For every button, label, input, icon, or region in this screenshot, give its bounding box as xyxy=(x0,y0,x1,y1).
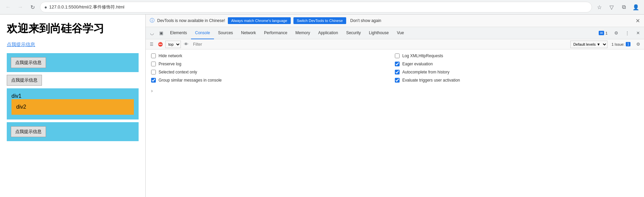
tab-network[interactable]: Network xyxy=(237,27,260,39)
issues-badge-btn[interactable]: ✉ 1 xyxy=(596,30,610,36)
devtools-tabs: ◡ ▣ Elements Console Sources Network Per… xyxy=(146,27,644,39)
issue-badge: 1 Issue: 1 xyxy=(609,41,633,47)
evaluate-triggers-label: Evaluate triggers user activation xyxy=(402,78,460,83)
page-link[interactable]: 点我提示信息 xyxy=(7,42,139,48)
back-button[interactable]: ← xyxy=(3,2,13,12)
webpage: 欢迎来到尚硅谷学习 点我提示信息 点我提示信息 点我提示信息 div1 div2… xyxy=(0,15,145,197)
option-eager-eval: Eager evaluation xyxy=(395,62,639,66)
log-xmlhttp-label: Log XMLHttpRequests xyxy=(402,53,443,58)
close-devtools-button[interactable]: ✕ xyxy=(633,28,643,38)
option-group-similar: Group similar messages in console xyxy=(151,78,395,83)
dont-show-label[interactable]: Don't show again xyxy=(350,18,381,23)
block-icon-button[interactable]: ⛔ xyxy=(157,41,164,48)
context-selector[interactable]: top xyxy=(165,41,181,48)
option-preserve-log: Preserve log xyxy=(151,62,395,66)
more-options-button[interactable]: ⋮ xyxy=(622,28,632,38)
device-toolbar-button[interactable]: ▣ xyxy=(157,28,166,38)
option-log-xmlhttp: Log XMLHttpRequests xyxy=(395,53,639,58)
extensions-button[interactable]: ⧉ xyxy=(619,2,628,12)
tab-application[interactable]: Application xyxy=(314,27,342,39)
options-left: Hide network Preserve log Selected conte… xyxy=(151,53,395,83)
hide-network-label: Hide network xyxy=(159,53,182,58)
option-selected-context: Selected context only xyxy=(151,70,395,74)
chevron-row[interactable]: › xyxy=(146,87,644,95)
issues-count: 1 xyxy=(605,31,607,35)
console-settings-button[interactable]: ⚙ xyxy=(635,41,642,48)
console-toolbar: ☰ ⛔ top 👁 Default levels ▼ 1 Issue: 1 ⚙ xyxy=(146,39,644,49)
eager-eval-label: Eager evaluation xyxy=(402,62,433,66)
btn1[interactable]: 点我提示信息 xyxy=(11,57,46,68)
close-notification-button[interactable]: ✕ xyxy=(636,18,640,24)
preserve-log-label: Preserve log xyxy=(159,62,181,66)
filter-input[interactable] xyxy=(191,42,569,47)
browser-actions: ☆ ▽ ⧉ 👤 xyxy=(595,2,641,12)
notification-text: DevTools is now available in Chinese! xyxy=(157,18,225,23)
extension1-button[interactable]: ▽ xyxy=(607,2,616,12)
url-text: 127.0.0.1:5500/html/2.事件修饰符.html xyxy=(49,4,124,10)
switch-devtools-button[interactable]: Switch DevTools to Chinese xyxy=(293,17,346,24)
clear-console-button[interactable]: ☰ xyxy=(148,41,155,48)
settings-gear-button[interactable]: ⚙ xyxy=(612,28,621,38)
address-bar[interactable]: ● 127.0.0.1:5500/html/2.事件修饰符.html xyxy=(40,2,592,13)
lock-icon: ● xyxy=(44,4,47,10)
option-evaluate-triggers: Evaluate triggers user activation xyxy=(395,78,639,83)
tab-lighthouse[interactable]: Lighthouse xyxy=(365,27,393,39)
always-match-button[interactable]: Always match Chrome's language xyxy=(228,17,291,24)
div1-label: div1 xyxy=(11,93,21,99)
profile-button[interactable]: 👤 xyxy=(631,2,641,12)
option-autocomplete: Autocomplete from history xyxy=(395,70,639,74)
inspect-element-button[interactable]: ◡ xyxy=(147,28,157,38)
option-hide-network: Hide network xyxy=(151,53,395,58)
browser-toolbar: ← → ↻ ● 127.0.0.1:5500/html/2.事件修饰符.html… xyxy=(0,0,644,14)
eye-icon-button[interactable]: 👁 xyxy=(182,41,190,48)
refresh-button[interactable]: ↻ xyxy=(28,2,37,12)
issues-chat-icon: ✉ xyxy=(599,31,604,35)
tab-performance[interactable]: Performance xyxy=(260,27,291,39)
issue-count-badge: 1 xyxy=(626,42,630,46)
main-content: 欢迎来到尚硅谷学习 点我提示信息 点我提示信息 点我提示信息 div1 div2… xyxy=(0,15,644,197)
autocomplete-label: Autocomplete from history xyxy=(402,70,449,74)
preserve-log-checkbox[interactable] xyxy=(151,62,156,66)
div2-box: div2 xyxy=(11,99,134,115)
hide-network-checkbox[interactable] xyxy=(151,53,156,58)
devtools-tabs-right: ✉ 1 ⚙ ⋮ ✕ xyxy=(596,28,643,38)
tab-console[interactable]: Console xyxy=(191,27,214,39)
eager-eval-checkbox[interactable] xyxy=(395,62,400,66)
tab-sources[interactable]: Sources xyxy=(214,27,237,39)
autocomplete-checkbox[interactable] xyxy=(395,70,400,74)
div1-box: div1 div2 xyxy=(7,88,139,119)
console-options: Hide network Preserve log Selected conte… xyxy=(146,49,644,87)
devtools-notification: ⓘ DevTools is now available in Chinese! … xyxy=(146,15,644,27)
devtools-panel: ⓘ DevTools is now available in Chinese! … xyxy=(145,15,644,197)
div2-label: div2 xyxy=(16,104,26,110)
btn-container-3: 点我提示信息 xyxy=(7,122,139,141)
btn2[interactable]: 点我提示信息 xyxy=(7,75,42,86)
info-icon: ⓘ xyxy=(150,18,154,24)
default-levels-selector[interactable]: Default levels ▼ xyxy=(570,41,607,48)
btn3[interactable]: 点我提示信息 xyxy=(11,126,46,137)
group-similar-checkbox[interactable] xyxy=(151,78,156,83)
tab-security[interactable]: Security xyxy=(342,27,365,39)
options-right: Log XMLHttpRequests Eager evaluation Aut… xyxy=(395,53,639,83)
tab-memory[interactable]: Memory xyxy=(291,27,314,39)
btn-container-2: 点我提示信息 xyxy=(7,75,139,86)
tab-vue[interactable]: Vue xyxy=(393,27,408,39)
page-title: 欢迎来到尚硅谷学习 xyxy=(7,21,139,36)
btn-container-1: 点我提示信息 xyxy=(7,53,139,72)
group-similar-label: Group similar messages in console xyxy=(159,78,222,83)
issue-label: 1 Issue: xyxy=(612,42,625,46)
tab-elements[interactable]: Elements xyxy=(166,27,191,39)
selected-context-checkbox[interactable] xyxy=(151,70,156,74)
evaluate-triggers-checkbox[interactable] xyxy=(395,78,400,83)
forward-button[interactable]: → xyxy=(16,2,25,12)
selected-context-label: Selected context only xyxy=(159,70,197,74)
log-xmlhttp-checkbox[interactable] xyxy=(395,53,400,58)
bookmark-button[interactable]: ☆ xyxy=(595,2,604,12)
